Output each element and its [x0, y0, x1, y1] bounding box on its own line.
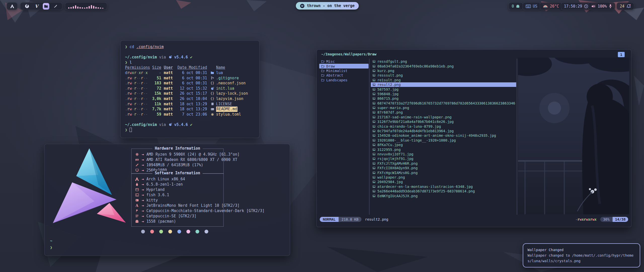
file-type-icon: {}	[210, 81, 215, 86]
file-list-item[interactable]: 68747470733a2f2f696d616765732d7769786d70…	[371, 101, 516, 106]
file-name: 3122955.png	[377, 148, 401, 152]
notifications-pill[interactable]: 24	[617, 2, 634, 10]
file-list-item[interactable]: 5a266e448add93deab367d87173e9f25-6837886…	[371, 189, 516, 193]
shell-icon	[135, 193, 139, 197]
file-list-item[interactable]: super-mario.png	[371, 106, 516, 110]
file-date: 18 oct 13:29	[177, 101, 207, 107]
file-list-item[interactable]: 08a634fa02a32364f69ebc86a98eb1eb.png	[371, 64, 516, 68]
hardware-info-title: Hardware Information	[152, 146, 203, 151]
file-list-item[interactable]: nnvuv0xj2df71.jpg	[371, 152, 516, 156]
workspaces-widget: V	[20, 2, 62, 10]
cwd-path: ~/.config/nvim	[125, 122, 157, 127]
font-icon: A	[135, 203, 139, 208]
terminal-prompt-line[interactable]: ❯	[125, 127, 255, 133]
terminal-window[interactable]: ❯ cd .config/nvim ~/.config/nvim via v5.…	[120, 40, 260, 138]
brush-icon	[54, 4, 58, 8]
fetch-value: JetBrainsMono Nerd Font Light 10 [GTK2/3…	[146, 203, 239, 208]
workspace-files[interactable]	[43, 3, 49, 10]
file-name: ressdfgult.png	[377, 59, 407, 63]
fetch-value: Hyprland	[146, 187, 165, 192]
file-list-item[interactable]: 866715.png	[371, 96, 516, 101]
weather-pill[interactable]: 26°C	[540, 2, 562, 10]
file-list-item[interactable]: FXfcJlTXgAMvH6R.png	[371, 161, 516, 166]
file-list-item[interactable]: 0c794faf07de24a4db4d4fb1eb813964.jpg	[371, 129, 516, 133]
temperature: 26°C	[550, 4, 559, 9]
listing-header: PermissionsSizeUserDate ModifiedName	[125, 65, 255, 70]
file-list-item[interactable]: 217167-sad-anime-rain-wallpaper.png	[371, 115, 516, 119]
audio-visualizer[interactable]	[65, 2, 107, 10]
blank-line	[125, 117, 255, 122]
file-list-item[interactable]: 154928-odinokoe_anime-art-anime-okno-sin…	[371, 133, 516, 138]
listing-row: .rw-r--r--72matt12 oct 15:32init.lua	[125, 86, 255, 91]
fetch-value: 6.5.8-zen1-1-zen	[146, 182, 183, 187]
file-list-item[interactable]: rsjqojlmjhf91.jpg	[371, 156, 516, 161]
fetch-row: →10948MiB / 64183MiB (17%)	[135, 162, 286, 167]
file-list-item[interactable]: 19201080-__blue-tinge__-1920×1080.jpg	[371, 138, 516, 143]
sidebar-item-draw[interactable]: Draw	[319, 64, 369, 68]
file-list-item[interactable]: 3122955.png	[371, 147, 516, 152]
file-list-item[interactable]: EeNKYgIUcAAJ5JX.png	[371, 193, 516, 198]
fetch-value: 10948MiB / 64183MiB (17%)	[146, 163, 203, 167]
firefox-icon	[25, 4, 29, 9]
file-list-item[interactable]: FXfcHgcWIAMzs0G.png	[371, 170, 516, 175]
tab-badge[interactable]: 1	[618, 52, 625, 57]
file-list-item[interactable]: FXfcII0X0AQyn9X.png	[371, 166, 516, 170]
clock-pill[interactable]: 17:50:29	[561, 2, 591, 10]
file-list-item[interactable]: 587597.jpg	[371, 87, 516, 91]
file-name: 596848.jpg	[377, 92, 398, 96]
file-list-item[interactable]: ressdfgult.png	[371, 59, 516, 64]
listing-row: .rw-r--r--7,7kmatt18 oct 13:29README.md	[125, 107, 255, 112]
file-list-item[interactable]: 8FKa7Cu.jpeg	[371, 143, 516, 147]
image-icon	[372, 74, 376, 77]
media-player-pill[interactable]: thrown - on the verge	[296, 2, 359, 10]
workspace-browser[interactable]	[24, 3, 30, 10]
file-permissions: .rw-r--r--	[125, 101, 150, 107]
media-title: thrown - on the verge	[307, 4, 355, 8]
sidebar-item-misc[interactable]: Misc	[319, 59, 369, 64]
fetch-row: →Arch Linux x86_64	[135, 176, 286, 182]
file-list-item[interactable]: wallpaper.png	[371, 175, 516, 180]
file-list-item[interactable]: kurz.png	[371, 69, 516, 73]
file-name: .neoconf.json	[216, 81, 246, 86]
file-type-icon: {}	[210, 91, 215, 96]
keyboard-layout-pill[interactable]: US	[522, 2, 541, 10]
sidebar-item-landscapes[interactable]: Landscapes	[319, 78, 369, 82]
file-list-item[interactable]: chica-mirando-la-luna-8799.jpg	[371, 124, 516, 128]
arch-logo-icon	[135, 177, 139, 181]
palette-dot	[150, 230, 154, 233]
file-list-item[interactable]: re1sult.png	[371, 78, 516, 82]
image-icon	[372, 139, 376, 142]
file-size: 3,0k	[150, 96, 161, 101]
fetch-row: →kitty	[135, 197, 286, 203]
file-list-item[interactable]: 87r687df.png	[371, 110, 516, 115]
fetch-row: →Catppuccin-SE [GTK2/3]	[135, 213, 286, 219]
file-date: 6 oct 00:31	[177, 81, 207, 86]
file-manager-window[interactable]: ~/Imagenes/Wallpapers/Draw 1 MiscDrawMin…	[316, 49, 631, 227]
file-list-item[interactable]: 596848.jpg	[371, 92, 516, 96]
image-icon	[372, 176, 376, 179]
updates-pill[interactable]: 0	[508, 2, 523, 10]
file-list-item[interactable]: result2.png	[371, 82, 516, 87]
check-icon: ✔	[190, 55, 192, 59]
file-list-item[interactable]: 3126f7e9bbf21a8a4af0b67b041c6e26.jpg	[371, 119, 516, 124]
audio-pill[interactable]: 100%	[588, 2, 615, 10]
file-name: 20492984.jpg	[377, 180, 403, 184]
app-launcher-button[interactable]	[7, 2, 18, 10]
fetch-shell-prompt[interactable]: ~ ❯	[50, 238, 52, 251]
file-name: resssult.png	[377, 73, 403, 77]
workspace-editor[interactable]: V	[33, 3, 40, 10]
workspace-design[interactable]	[52, 3, 59, 10]
notification-popup[interactable]: Wallpaper Changed Wallpaper changed to /…	[523, 243, 640, 267]
sidebar-item-minimalist[interactable]: Minimalist	[319, 69, 369, 73]
file-permissions: .rw-r--r--	[125, 112, 150, 117]
file-list-item[interactable]: 20492984.jpg	[371, 180, 516, 184]
system-fetch-window[interactable]: Hardware Information →AMD Ryzen 9 5900X …	[44, 144, 290, 256]
file-name: README.md	[216, 107, 237, 112]
file-list-item[interactable]: atardecer-en-la-montanas-ilustracion-634…	[371, 184, 516, 189]
file-type-icon	[210, 113, 215, 116]
file-type-icon	[210, 108, 215, 111]
directory-name: Landscapes	[326, 78, 347, 82]
file-list-item[interactable]: resssult.png	[371, 73, 516, 78]
sidebar-item-abstract[interactable]: Abstract	[319, 73, 369, 78]
file-permissions: .rw-r--r--	[125, 96, 150, 101]
